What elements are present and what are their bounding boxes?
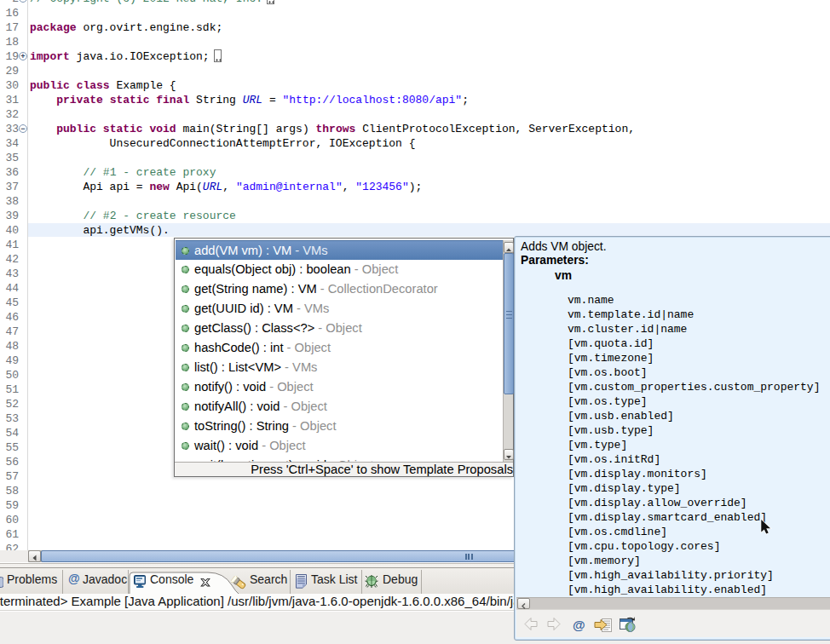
svg-text:@: @ bbox=[573, 618, 585, 632]
